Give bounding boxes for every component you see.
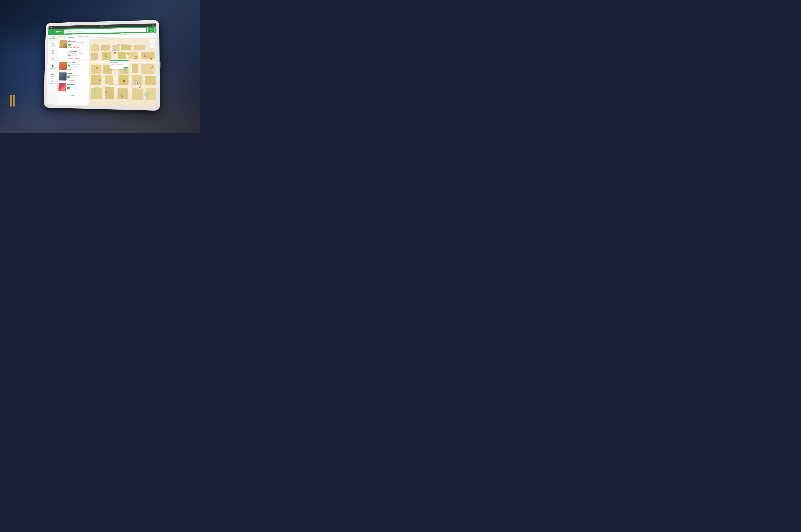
svg-rect-22 [141,52,154,59]
discount-icon-versance: ⊖ [68,58,69,59]
count-label: restaurants [49,38,58,39]
budget-label: Budget [51,53,55,54]
discount-text-dorcia: -30%... [69,69,73,70]
back-button[interactable]: ‹ [50,30,52,34]
svg-point-72 [136,82,138,84]
tablet-body: iPad ✦ 11:07 82% ‹ 🍴 thefork 🔍 Address, … [44,20,160,111]
compass-button[interactable]: ↑ [150,39,155,43]
rating-badge-pierre: 8.6 [68,76,70,78]
offers-icon: 🏷 [52,42,54,45]
map-svg: Café Grévin -30% sur la ... • French • 1… [89,38,157,107]
restaurant-thumb-pierre [59,73,67,80]
restaurant-thumb-versance [59,51,67,59]
discount-icon-dorcia: ⊖ [68,69,69,70]
svg-rect-27 [141,64,155,74]
svg-point-48 [135,57,136,58]
sidebar-item-cuisine[interactable]: 🍽 Cuisine [47,56,58,63]
map-controls: ↑ ⛶ [150,39,155,49]
review-count-clementine: 342 reviews [71,44,77,45]
expand-button[interactable]: ⛶ [150,44,155,49]
services-label: Services [50,68,55,69]
review-count-versance: 169 reviews [71,55,77,56]
sidebar-item-budget[interactable]: € Budget [48,48,58,56]
svg-rect-20 [118,52,126,59]
content-area: Clémentine 5, rue Saint-Marc 75002 Paris… [57,38,157,107]
discount-clementine: ⊖ -30% sur la carte [68,47,88,49]
relevance-select[interactable]: Relevance [66,36,76,38]
cuisine-mori: Me... [67,89,88,91]
svg-text:Richelieu Drouot: Richelieu Drouot [100,60,106,61]
restaurant-card-mori[interactable]: Mori Veni... 27, rue Vivi... 9.0 244... … [57,82,89,93]
main-content: 253 restaurants 🏷 Offers € Budget 🍽 Cuis… [46,33,157,107]
brand-name: thefork [56,31,62,33]
rating-row-dorcia: 9.0 1209 reviews [68,65,88,67]
svg-text:Fumaz: Fumaz [100,51,102,52]
road-marking-2 [13,95,15,107]
svg-point-52 [150,59,151,60]
rating-row-pierre: 8.6 370 reviews [68,76,88,78]
review-count-dorcia: 1209 reviews [71,65,77,67]
svg-rect-77 [110,60,129,61]
svg-point-60 [151,66,152,67]
budget-icon: € [52,50,54,52]
svg-text:Les Dunes: Les Dunes [133,88,137,89]
restaurant-address-mori: 27, rue Vivi... [67,86,88,87]
discount-icon-pierre: ⊖ [68,79,69,81]
radius-icon: ⊙ [51,80,53,83]
cuisine-icon: 🍽 [52,57,54,60]
svg-text:Bio & Bon: Bio & Bon [118,93,122,94]
map-area[interactable]: Café Grévin -30% sur la ... • French • 1… [89,38,157,107]
rating-badge-versance: 9.3 [68,55,71,56]
restaurant-card-pierre[interactable]: Pierre 10, rue de la Bour... 8.6 370 rev… [58,71,89,82]
svg-text:Senter: Senter [141,93,144,93]
svg-text:See: See [125,67,126,69]
rating-badge-clementine: 9.0 [68,44,71,45]
svg-text:Rue d'Uzès: Rue d'Uzès [124,72,128,73]
svg-rect-32 [145,76,156,85]
svg-text:Coffee France: Coffee France [133,80,138,81]
rating-row-clementine: 9.0 342 reviews [68,43,88,45]
discount-dorcia: ⊖ -30%... [68,69,88,70]
restaurant-list: Clémentine 5, rue Saint-Marc 75002 Paris… [57,39,90,106]
address-input[interactable] [78,34,155,38]
rating-row-versance: 9.3 169 reviews [68,54,88,56]
more-button[interactable]: More › [57,93,89,98]
restaurant-card-clementine[interactable]: Clémentine 5, rue Saint-Marc 75002 Paris… [58,39,90,50]
sidebar: 253 restaurants 🏷 Offers € Budget 🍽 Cuis… [46,35,59,104]
search-box[interactable]: 🔍 Address, city, restaurant... [63,28,146,34]
restaurant-address-versance: 16, rue Feydeau 75002 Paris [68,53,88,54]
rating-badge-mori: 9.0 [67,87,70,89]
svg-rect-13 [91,45,99,51]
svg-text:Rue Richer: Rue Richer [139,44,144,45]
svg-point-62 [99,79,100,80]
svg-rect-23 [91,64,101,74]
sidebar-item-offers[interactable]: 🏷 Offers [48,40,58,48]
around-me-label: Aroundme [149,29,153,32]
svg-rect-29 [105,75,113,84]
svg-text:Grands Boulevards: Grands Boulevards [129,60,136,61]
restaurant-address-pierre: 10, rue de la Bour... [68,75,88,76]
search-icon: 🔍 [65,31,67,33]
svg-text:7.1/10: 7.1/10 [110,65,113,66]
sidebar-item-guides[interactable]: 📖 Guides [47,71,58,78]
relevance-select-wrap[interactable]: Relevance [66,35,76,38]
sidebar-item-services[interactable]: 👤 Services [47,63,58,71]
svg-text:Saemes: Saemes [94,88,97,89]
restaurant-card-dorcia[interactable]: Le Dorcia 24, rue Feydeau 75002... 9.0 1… [58,60,89,71]
tablet-screen: iPad ✦ 11:07 82% ‹ 🍴 thefork 🔍 Address, … [46,23,157,107]
guides-label: Guides [51,75,54,77]
list-map-container: Filter by Relevance [57,33,157,107]
svg-rect-16 [121,45,131,50]
sidebar-item-radius[interactable]: ⊙ Radius [47,78,58,86]
discount-icon-clementine: ⊖ [68,47,69,49]
status-device: iPad ✦ [50,27,54,28]
svg-text:Les Films de l'Espoir: Les Films de l'Espoir [131,45,139,46]
discount-pierre: ⊖ -40% su... [68,79,88,81]
around-me-button[interactable]: ⊙ Aroundme [147,27,154,33]
filter-label: Filter by [60,36,65,38]
svg-rect-36 [132,89,144,100]
svg-text:Rue Richer: Rue Richer [93,44,97,45]
restaurant-card-versance[interactable]: Le Versance 16, rue Feydeau 75002 Paris … [58,50,89,61]
restaurant-name-pierre: Pierre [68,73,88,74]
svg-text:-30% sur la ... • French • 10€: -30% sur la ... • French • 10€ [110,63,123,64]
